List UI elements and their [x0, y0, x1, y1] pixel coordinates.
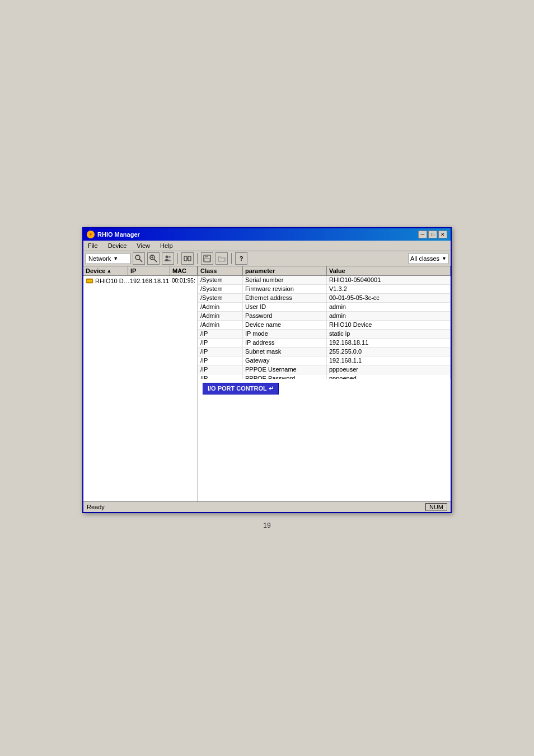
- app-icon: ●: [87, 231, 95, 238]
- cell-parameter: IP address: [243, 339, 327, 347]
- users-icon: [164, 255, 172, 262]
- save-button[interactable]: [201, 252, 213, 265]
- svg-rect-12: [205, 255, 208, 257]
- search-button[interactable]: [133, 252, 145, 265]
- cell-class: /Admin: [198, 321, 243, 329]
- separator-3: [231, 253, 232, 264]
- cell-value: 00-01-95-05-3c-cc: [327, 294, 451, 302]
- menu-bar: File Device View Help: [83, 241, 451, 251]
- table-row[interactable]: /IP PPPOE Password pppoeped: [198, 374, 451, 379]
- cell-value: 192.168.1.1: [327, 356, 451, 365]
- svg-point-15: [87, 280, 89, 281]
- col-header-mac[interactable]: MAC: [170, 266, 198, 275]
- table-row[interactable]: /System Serial number RHIO10-05040001: [198, 276, 451, 285]
- device-list: RHIO10 Dev... 192.168.18.11 00:01:95:05:…: [83, 276, 198, 501]
- device-icon: [86, 277, 93, 285]
- table-row[interactable]: /Admin User ID admin: [198, 303, 451, 312]
- table-row[interactable]: /Admin Device name RHIO10 Device: [198, 321, 451, 330]
- svg-rect-13: [204, 259, 210, 261]
- table-row[interactable]: /IP IP mode static ip: [198, 330, 451, 339]
- table-row[interactable]: /IP PPPOE Username pppoeuser: [198, 365, 451, 374]
- content-area: Device ▲ IP MAC: [83, 266, 451, 501]
- cell-value: pppoeped: [327, 374, 451, 379]
- open-button[interactable]: [216, 252, 228, 265]
- title-buttons: ─ □ ✕: [418, 231, 447, 238]
- col-header-value[interactable]: Value: [327, 266, 451, 275]
- menu-file[interactable]: File: [86, 242, 100, 250]
- svg-point-17: [91, 280, 92, 281]
- cell-parameter: PPPOE Password: [243, 374, 327, 379]
- open-icon: [218, 255, 226, 262]
- svg-point-16: [89, 280, 91, 281]
- menu-device[interactable]: Device: [106, 242, 129, 250]
- page-number: 19: [263, 522, 270, 529]
- separator-1: [177, 253, 178, 264]
- cell-value: 192.168.18.11: [327, 339, 451, 347]
- data-table: /System Serial number RHIO10-05040001 /S…: [198, 276, 451, 379]
- classes-arrow: ▼: [442, 256, 447, 261]
- device-ip: 192.168.18.11: [130, 278, 172, 284]
- svg-line-1: [139, 259, 142, 262]
- cell-value: admin: [327, 312, 451, 320]
- cell-class: /Admin: [198, 312, 243, 320]
- network-label: Network: [88, 255, 111, 262]
- search2-button[interactable]: [147, 252, 160, 265]
- save-icon: [203, 255, 211, 262]
- classes-label: All classes: [410, 255, 439, 262]
- classes-dropdown[interactable]: All classes ▼: [409, 253, 448, 264]
- table-row[interactable]: /IP Gateway 192.168.1.1: [198, 356, 451, 365]
- table-row[interactable]: /IP Subnet mask 255.255.0.0: [198, 348, 451, 356]
- table-row[interactable]: /Admin Password admin: [198, 312, 451, 321]
- title-bar: ● RHIO Manager ─ □ ✕: [83, 228, 451, 241]
- svg-point-7: [168, 256, 171, 258]
- io-button-container: I/O PORT CONTROL ↵: [198, 379, 451, 398]
- cell-class: /IP: [198, 374, 243, 379]
- table-row[interactable]: /IP IP address 192.168.18.11: [198, 339, 451, 348]
- cell-class: /IP: [198, 330, 243, 338]
- cell-parameter: Gateway: [243, 356, 327, 365]
- cell-class: /System: [198, 294, 243, 302]
- col-header-class[interactable]: Class: [198, 266, 243, 275]
- connect-button[interactable]: [181, 252, 194, 265]
- cell-value: V1.3.2: [327, 285, 451, 293]
- cell-value: static ip: [327, 330, 451, 338]
- cell-value: 255.255.0.0: [327, 348, 451, 356]
- left-panel: Device ▲ IP MAC: [83, 266, 198, 501]
- empty-space: [198, 398, 451, 501]
- menu-help[interactable]: Help: [158, 242, 175, 250]
- io-port-control-button[interactable]: I/O PORT CONTROL ↵: [203, 383, 279, 395]
- svg-rect-8: [184, 256, 187, 261]
- table-row[interactable]: /System Firmware revision V1.3.2: [198, 285, 451, 294]
- close-button[interactable]: ✕: [438, 231, 447, 238]
- table-row[interactable]: /System Ethernet address 00-01-95-05-3c-…: [198, 294, 451, 303]
- num-indicator: NUM: [425, 503, 447, 511]
- maximize-button[interactable]: □: [428, 231, 437, 238]
- cell-parameter: Serial number: [243, 276, 327, 284]
- menu-view[interactable]: View: [134, 242, 152, 250]
- cell-parameter: Subnet mask: [243, 348, 327, 356]
- help-button[interactable]: ?: [235, 252, 247, 265]
- svg-rect-9: [188, 256, 191, 261]
- minimize-button[interactable]: ─: [418, 231, 427, 238]
- device-row[interactable]: RHIO10 Dev... 192.168.18.11 00:01:95:05:…: [83, 276, 198, 286]
- col-header-device[interactable]: Device ▲: [83, 266, 128, 275]
- cell-parameter: IP mode: [243, 330, 327, 338]
- cell-parameter: Password: [243, 312, 327, 320]
- window-title: RHIO Manager: [97, 231, 140, 238]
- network-dropdown[interactable]: Network ▼: [86, 253, 130, 264]
- cell-parameter: User ID: [243, 303, 327, 311]
- sort-arrow-device: ▲: [106, 268, 111, 274]
- right-panel: Class parameter Value /System Serial num…: [198, 266, 451, 501]
- svg-point-0: [135, 255, 140, 260]
- device-name: RHIO10 Dev...: [95, 278, 130, 284]
- col-header-ip[interactable]: IP: [128, 266, 170, 275]
- page-wrapper: ● RHIO Manager ─ □ ✕ File Device View He…: [0, 216, 534, 541]
- toolbar: Network ▼: [83, 251, 451, 266]
- status-bar: Ready NUM: [83, 501, 451, 512]
- col-header-parameter[interactable]: parameter: [243, 266, 327, 275]
- cell-class: /IP: [198, 356, 243, 365]
- users-button[interactable]: [162, 252, 174, 265]
- svg-point-6: [166, 255, 168, 258]
- cell-class: /IP: [198, 348, 243, 356]
- status-text: Ready: [87, 504, 105, 510]
